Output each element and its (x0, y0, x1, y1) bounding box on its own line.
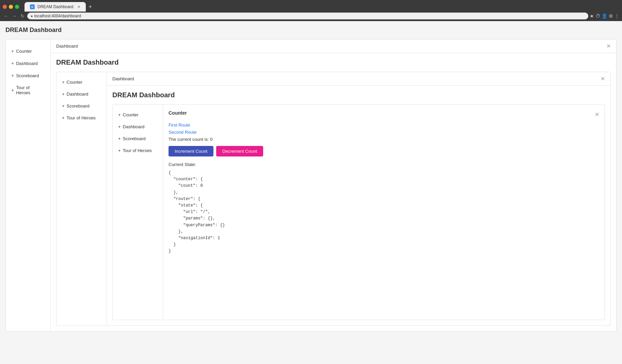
sidebar-l2-scoreboard[interactable]: + Scoreboard (57, 100, 107, 112)
level3-content: Counter ✕ First Route Second Route The c… (163, 105, 605, 320)
plus-icon-scoreboard: + (11, 73, 14, 78)
account-icon[interactable]: 👤 (602, 13, 607, 19)
plus-icon-dashboard: + (11, 61, 14, 66)
plus-icon-l3-scoreboard: + (118, 136, 121, 141)
tab-close-button[interactable]: × (78, 4, 80, 9)
level2-header: Dashboard ✕ (107, 72, 610, 86)
level2-close-button[interactable]: ✕ (601, 76, 605, 82)
sidebar-l2-dashboard[interactable]: + Dashboard (57, 88, 107, 100)
sidebar-l3-counter-label: Counter (123, 112, 139, 117)
sidebar-l1-tour[interactable]: + Tour of Heroes (6, 82, 50, 99)
traffic-lights (3, 5, 19, 9)
panel-l1-header: Dashboard ✕ (51, 39, 616, 53)
sidebar-l2-scoreboard-label: Scoreboard (67, 103, 90, 109)
app-wrapper: DREAM Dashboard + Counter + Dashboard + … (0, 21, 622, 364)
address-bar[interactable]: ● localhost:4004/dashboard (27, 13, 588, 19)
sidebar-l1-tour-label: Tour of Heroes (16, 85, 45, 95)
sidebar-l2: + Counter + Dashboard + Scoreboard + Tou… (57, 72, 107, 326)
panel-l1-content: Dashboard ✕ DREAM Dashboard + Counter + … (51, 39, 616, 331)
plus-icon-l3-tour: + (118, 148, 121, 153)
panel-l1-close-button[interactable]: ✕ (606, 43, 611, 49)
minimize-traffic-light[interactable] (9, 5, 13, 9)
reload-button[interactable]: ↻ (19, 13, 26, 19)
panel-l1-header-title: Dashboard (56, 44, 78, 49)
sidebar-l2-counter-label: Counter (67, 80, 82, 85)
plus-icon-l2-counter: + (62, 80, 65, 85)
level3-container: + Counter + Dashboard + Scoreboard (112, 104, 605, 320)
sidebar-l3-scoreboard[interactable]: + Scoreboard (113, 133, 163, 145)
sidebar-l1-counter-label: Counter (16, 49, 32, 54)
back-button[interactable]: ← (3, 13, 10, 19)
forward-button[interactable]: → (11, 13, 18, 19)
browser-chrome: D DREAM Dashboard × + ← → ↻ ● localhost:… (0, 0, 622, 21)
sidebar-l3-tour-label: Tour of Heroes (123, 148, 152, 153)
plus-icon-l2-dashboard: + (62, 92, 65, 97)
decrement-button[interactable]: Decrement Count (216, 146, 263, 156)
close-traffic-light[interactable] (3, 5, 7, 9)
increment-button[interactable]: Increment Count (169, 146, 213, 156)
sidebar-l2-tour[interactable]: + Tour of Heroes (57, 112, 107, 124)
level2-container: + Counter + Dashboard + Scoreboard + Tou… (56, 72, 611, 326)
sidebar-l2-dashboard-label: Dashboard (67, 92, 89, 97)
plus-icon-l3-dashboard: + (118, 124, 121, 129)
sidebar-l2-counter[interactable]: + Counter (57, 76, 107, 88)
plus-icon-l3-counter: + (118, 112, 121, 117)
counter-buttons: Increment Count Decrement Count (169, 146, 599, 156)
second-route-link[interactable]: Second Route (169, 130, 599, 135)
sidebar-l3: + Counter + Dashboard + Scoreboard (113, 105, 163, 320)
level2-inner-title: DREAM Dashboard (107, 86, 610, 104)
sidebar-l1-dashboard-label: Dashboard (16, 61, 38, 66)
plus-icon-tour: + (11, 87, 14, 93)
state-label: Current State: (169, 162, 599, 167)
tab-title: DREAM Dashboard (37, 4, 73, 9)
bookmark-icon[interactable]: ★ (590, 13, 594, 19)
sidebar-l2-tour-label: Tour of Heroes (67, 115, 96, 120)
sidebar-l1: + Counter + Dashboard + Scoreboard + Tou… (6, 39, 51, 331)
browser-tab[interactable]: D DREAM Dashboard × (25, 2, 86, 12)
first-route-link[interactable]: First Route (169, 122, 599, 128)
menu-icon[interactable]: ⋮ (615, 13, 619, 19)
state-json: { "counter": { "count": 0 }, "router": {… (169, 170, 599, 254)
address-text: localhost:4004/dashboard (34, 14, 81, 18)
sidebar-l1-counter[interactable]: + Counter (6, 45, 50, 57)
level3-close-button[interactable]: ✕ (595, 111, 599, 118)
sidebar-l1-dashboard[interactable]: + Dashboard (6, 57, 50, 69)
level2-content: Dashboard ✕ DREAM Dashboard + Counter (107, 72, 610, 326)
plus-icon-l2-scoreboard: + (62, 103, 65, 109)
level3-header-title: Counter (169, 110, 187, 116)
outer-panel: + Counter + Dashboard + Scoreboard + Tou… (5, 39, 617, 332)
sidebar-l3-dashboard-label: Dashboard (123, 124, 145, 129)
sidebar-l1-scoreboard[interactable]: + Scoreboard (6, 69, 50, 82)
panel-l1-inner-title: DREAM Dashboard (51, 53, 616, 72)
plus-icon-l2-tour: + (62, 115, 65, 120)
fullscreen-traffic-light[interactable] (15, 5, 19, 9)
sidebar-l3-dashboard[interactable]: + Dashboard (113, 121, 163, 133)
new-tab-button[interactable]: + (89, 3, 92, 11)
history-icon[interactable]: ⏱ (595, 13, 600, 19)
sidebar-l3-scoreboard-label: Scoreboard (123, 136, 146, 141)
app-title: DREAM Dashboard (5, 27, 617, 34)
count-display: The current count is: 0 (169, 137, 599, 142)
sidebar-l3-counter[interactable]: + Counter (113, 109, 163, 121)
extensions-icon[interactable]: ⚙ (609, 13, 613, 19)
sidebar-l1-scoreboard-label: Scoreboard (16, 73, 39, 78)
level2-header-title: Dashboard (112, 76, 134, 81)
sidebar-l3-tour[interactable]: + Tour of Heroes (113, 145, 163, 156)
plus-icon-counter: + (11, 48, 14, 54)
tab-favicon: D (30, 4, 35, 9)
lock-icon: ● (31, 14, 33, 18)
level3-header: Counter ✕ (169, 110, 599, 118)
